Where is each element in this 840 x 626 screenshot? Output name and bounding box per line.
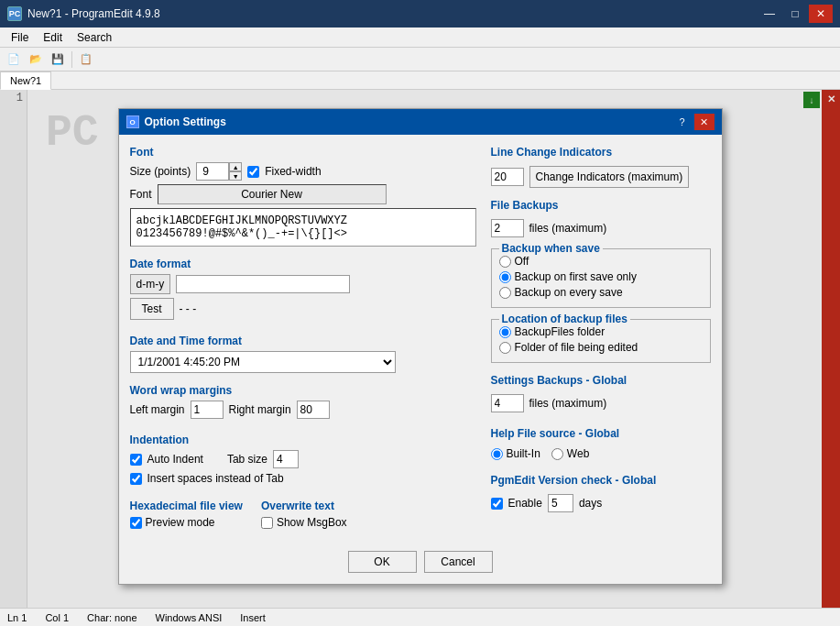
menu-bar: File Edit Search: [0, 27, 840, 48]
toolbar-save[interactable]: 💾: [48, 50, 68, 69]
line-change-label: Line Change Indicators: [491, 146, 711, 159]
dialog-title: Option Settings: [145, 115, 226, 128]
show-msgbox-checkbox[interactable]: [261, 517, 273, 529]
line-change-input[interactable]: [491, 168, 524, 186]
dialog-right-panel: Line Change Indicators Change Indicators…: [491, 146, 711, 533]
pgm-days-input[interactable]: [548, 494, 573, 512]
files-max-label: files (maximum): [529, 222, 607, 235]
word-wrap-row: Left margin Right margin: [130, 401, 476, 419]
font-name-row: Font Courier New: [130, 184, 476, 204]
toolbar-open[interactable]: 📂: [26, 50, 46, 69]
pgm-days-label: days: [579, 497, 602, 510]
auto-indent-row: Auto Indent Tab size: [130, 450, 476, 468]
spin-arrows: ▲ ▼: [229, 162, 242, 181]
spin-down[interactable]: ▼: [229, 171, 242, 181]
change-indicators-button[interactable]: Change Indicators (maximum): [529, 166, 690, 188]
tab-new1[interactable]: New?1: [0, 71, 51, 90]
dialog-overlay: O Option Settings ? ✕ Font: [0, 90, 840, 608]
menu-edit[interactable]: Edit: [36, 29, 70, 46]
left-margin-label: Left margin: [130, 403, 185, 416]
overwrite-section: Overwrite text Show MsgBox: [261, 500, 347, 529]
date-format-section: Date format d-m-y Test - - -: [130, 258, 476, 324]
dialog-close-button[interactable]: ✕: [694, 114, 715, 130]
auto-indent-checkbox[interactable]: [130, 454, 142, 466]
ok-button[interactable]: OK: [348, 551, 417, 573]
cancel-button[interactable]: Cancel: [424, 551, 493, 573]
pgm-enable-label: Enable: [508, 497, 542, 510]
toolbar-extra[interactable]: 📋: [76, 50, 96, 69]
show-msgbox-label: Show MsgBox: [277, 516, 347, 529]
web-radio[interactable]: [551, 448, 563, 460]
minimize-button[interactable]: —: [758, 5, 781, 23]
settings-backups-section: Settings Backups - Global files (maximum…: [491, 374, 711, 416]
maximize-button[interactable]: □: [783, 5, 807, 23]
toolbar-separator-1: [71, 51, 72, 68]
dialog-body: Font Size (points) ▲ ▼: [119, 135, 722, 544]
menu-search[interactable]: Search: [70, 29, 119, 46]
auto-indent-label: Auto Indent: [147, 453, 203, 466]
hex-section: Hexadecimal file view Preview mode: [130, 500, 243, 529]
show-msgbox-row: Show MsgBox: [261, 516, 347, 529]
status-ln: Ln 1: [7, 612, 27, 623]
menu-file[interactable]: File: [4, 29, 36, 46]
right-margin-input[interactable]: [297, 401, 330, 419]
spin-up[interactable]: ▲: [229, 162, 242, 171]
status-mode: Insert: [240, 612, 266, 623]
help-source-label: Help File source - Global: [491, 427, 711, 440]
spaces-label: Insert spaces instead of Tab: [147, 472, 284, 485]
bottom-row: Hexadecimal file view Preview mode Overw…: [130, 500, 476, 529]
files-input[interactable]: [491, 219, 524, 237]
folder-radio[interactable]: [499, 342, 511, 354]
status-encoding: Windows ANSI: [156, 612, 223, 623]
right-margin-label: Right margin: [229, 403, 291, 416]
backup-location-group: Location of backup files BackupFiles fol…: [491, 319, 711, 363]
date-format-label: Date format: [130, 258, 476, 270]
datetime-format-select[interactable]: 1/1/2001 4:45:20 PM: [130, 351, 396, 373]
date-test-button[interactable]: Test: [130, 298, 174, 320]
hex-label: Hexadecimal file view: [130, 500, 243, 512]
dialog-footer: OK Cancel: [119, 544, 722, 584]
backup-every-radio[interactable]: [499, 287, 511, 299]
backupfiles-radio[interactable]: [499, 326, 511, 338]
status-bar: Ln 1 Col 1 Char: none Windows ANSI Inser…: [0, 608, 840, 626]
tab-bar: New?1: [0, 71, 840, 90]
dialog-help-button[interactable]: ?: [672, 114, 693, 130]
preview-mode-checkbox[interactable]: [130, 517, 142, 529]
tab-size-label: Tab size: [227, 453, 267, 466]
word-wrap-label: Word wrap margins: [130, 384, 476, 397]
builtin-radio[interactable]: [491, 448, 503, 460]
folder-label: Folder of file being edited: [515, 341, 638, 354]
font-preview: abcjklABCDEFGHIJKLMNOPQRSTUVWXYZ 0123456…: [130, 208, 476, 247]
settings-files-input[interactable]: [491, 394, 524, 412]
file-backups-label: File Backups: [491, 199, 711, 212]
app-title-bar: PC New?1 - ProgramEdit 4.9.8 — □ ✕: [0, 0, 840, 27]
date-format-input[interactable]: [176, 275, 350, 293]
app-title: New?1 - ProgramEdit 4.9.8: [27, 7, 160, 20]
font-name-button[interactable]: Courier New: [158, 184, 387, 204]
settings-files-max-label: files (maximum): [529, 397, 607, 410]
backup-first-radio[interactable]: [499, 271, 511, 283]
date-test-result: - - -: [180, 302, 197, 315]
backup-location-title: Location of backup files: [499, 313, 630, 325]
toolbar-new[interactable]: 📄: [4, 50, 24, 69]
pgm-enable-checkbox[interactable]: [491, 498, 503, 510]
backup-first-row: Backup on first save only: [499, 270, 703, 283]
left-margin-input[interactable]: [191, 401, 224, 419]
font-size-input[interactable]: [196, 162, 229, 181]
folder-row: Folder of file being edited: [499, 341, 703, 354]
preview-mode-row: Preview mode: [130, 516, 243, 529]
content-area: 1 PC ✕ ↓ O Option Settings: [0, 90, 840, 608]
dialog-left-panel: Font Size (points) ▲ ▼: [130, 146, 476, 533]
backup-when-save-title: Backup when save: [499, 242, 603, 255]
backup-off-radio[interactable]: [499, 256, 511, 268]
spaces-checkbox[interactable]: [130, 473, 142, 485]
fixed-width-checkbox[interactable]: [247, 166, 259, 178]
app-close-button[interactable]: ✕: [809, 5, 833, 23]
date-format-row: d-m-y: [130, 274, 476, 294]
font-name-label: Font: [130, 188, 152, 201]
tab-size-input[interactable]: [273, 450, 299, 468]
file-backups-section: File Backups files (maximum) Backup when…: [491, 199, 711, 363]
backupfiles-row: BackupFiles folder: [499, 325, 703, 338]
spaces-row: Insert spaces instead of Tab: [130, 472, 476, 485]
backup-when-save-group: Backup when save Off Backup on first sav…: [491, 248, 711, 308]
